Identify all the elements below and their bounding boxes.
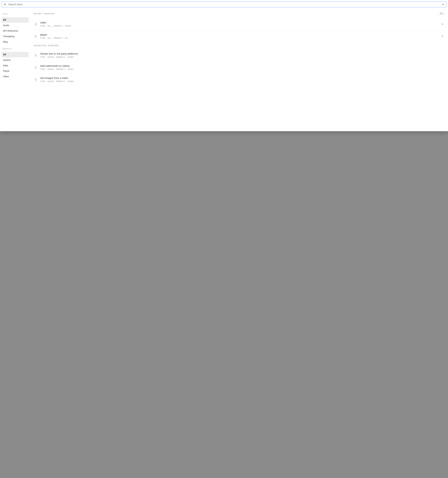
suggested-search-row[interactable]: Get images from a video TYPE: GUIDE, PRO… (34, 74, 445, 86)
product-filter-video[interactable]: Video (2, 74, 29, 79)
lightbulb-icon (34, 66, 37, 69)
result-meta: TYPE: GUIDE, PRODUCT: VIDEO (40, 56, 444, 58)
history-icon (34, 35, 37, 38)
recent-search-row[interactable]: video TYPE: ALL, PRODUCT: VIDEO (34, 18, 445, 30)
result-content: Stream live to 3rd party platforms TYPE:… (40, 52, 444, 58)
type-section-label: TYPE (3, 13, 28, 15)
recent-searches-label: RECENT SEARCHES (34, 13, 55, 15)
result-title: Stream live to 3rd party platforms (40, 52, 444, 55)
type-filter-list: All Guide API Reference Changelog Blog (2, 17, 29, 44)
result-meta: TYPE: GUIDE, PRODUCT: VIDEO (40, 68, 444, 70)
suggested-searches-label: SUGGESTED SEARCHES (34, 44, 59, 47)
type-filter-changelog[interactable]: Changelog (2, 34, 29, 39)
result-meta: TYPE: ALL, PRODUCT: VIDEO (40, 25, 438, 27)
lightbulb-icon (34, 78, 37, 81)
search-modal: ⌘K TYPE All Guide API Reference Changelo… (0, 0, 448, 131)
result-title: Get images from a video (40, 76, 444, 80)
type-filter-guide[interactable]: Guide (2, 23, 29, 28)
result-content: Get images from a video TYPE: GUIDE, PRO… (40, 76, 444, 82)
remove-recent-button[interactable] (441, 23, 444, 25)
suggested-search-row[interactable]: Stream live to 3rd party platforms TYPE:… (34, 49, 445, 61)
result-title: player (40, 33, 438, 36)
type-filter-api-reference[interactable]: API Reference (2, 28, 29, 34)
filters-sidebar: TYPE All Guide API Reference Changelog B… (0, 9, 30, 131)
result-content: video TYPE: ALL, PRODUCT: VIDEO (40, 21, 438, 27)
type-filter-all[interactable]: All (2, 17, 29, 23)
result-meta: TYPE: GUIDE, PRODUCT: VIDEO (40, 80, 444, 82)
modal-body: TYPE All Guide API Reference Changelog B… (0, 9, 448, 131)
type-filter-blog[interactable]: Blog (2, 39, 29, 44)
results-pane: RECENT SEARCHES ESC video TYPE: ALL, PRO… (30, 9, 448, 131)
product-filter-list: All System Data Player Video (2, 52, 29, 79)
suggested-header: SUGGESTED SEARCHES (34, 44, 445, 47)
search-input[interactable] (8, 3, 440, 6)
recent-search-row[interactable]: player TYPE: ALL, PRODUCT: ALL (34, 30, 445, 42)
recent-header: RECENT SEARCHES ESC (34, 12, 445, 16)
remove-recent-button[interactable] (441, 35, 444, 37)
result-content: player TYPE: ALL, PRODUCT: ALL (40, 33, 438, 39)
product-filter-system[interactable]: System (2, 57, 29, 63)
result-title: Add watermarks to videos (40, 64, 444, 68)
suggested-search-row[interactable]: Add watermarks to videos TYPE: GUIDE, PR… (34, 61, 445, 74)
search-icon (4, 3, 6, 6)
product-filter-data[interactable]: Data (2, 63, 29, 68)
esc-button[interactable]: ESC (439, 12, 445, 16)
product-filter-player[interactable]: Player (2, 68, 29, 74)
result-content: Add watermarks to videos TYPE: GUIDE, PR… (40, 64, 444, 70)
history-icon (34, 23, 37, 25)
keyboard-shortcut: ⌘K (442, 3, 444, 6)
search-bar[interactable]: ⌘K (1, 1, 447, 7)
result-title: video (40, 21, 438, 24)
product-section-label: PRODUCT (3, 48, 28, 50)
svg-line-1 (5, 5, 6, 5)
product-filter-all[interactable]: All (2, 52, 29, 57)
lightbulb-icon (34, 54, 37, 57)
result-meta: TYPE: ALL, PRODUCT: ALL (40, 37, 438, 39)
